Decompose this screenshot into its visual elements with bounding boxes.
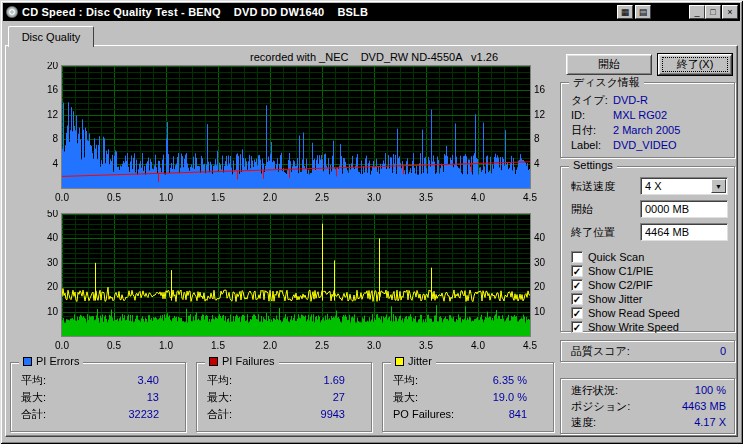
- pi-errors-avg-value: 3.40: [138, 372, 177, 389]
- speed-row: 速度: 4.17 X: [561, 414, 734, 430]
- end-position-input[interactable]: [640, 223, 728, 241]
- position-label: ポジション:: [571, 398, 630, 414]
- transfer-speed-row: 転送速度 4 X ▼: [561, 177, 734, 197]
- start-position-label: 開始: [571, 202, 593, 217]
- pi-errors-title: PI Errors: [36, 355, 79, 367]
- position-value: 4463 MB: [682, 398, 726, 414]
- show-c1-pie-label: Show C1/PIE: [588, 265, 653, 277]
- show-c2-pif-checkbox[interactable]: ✓: [571, 279, 583, 291]
- disc-date-value: 2 March 2005: [613, 123, 680, 138]
- minimize-button[interactable]: _: [689, 5, 705, 19]
- pi-errors-stats: PI Errors 平均:3.40 最大:13 合計:32232: [10, 362, 186, 432]
- show-read-speed-label: Show Read Speed: [588, 307, 680, 319]
- check-icon: ✓: [573, 280, 581, 291]
- progress-label: 進行状況:: [571, 382, 618, 398]
- end-position-label: 終了位置: [571, 225, 615, 240]
- transfer-speed-value: 4 X: [645, 180, 662, 192]
- pi-errors-total-value: 32232: [128, 406, 177, 423]
- quick-scan-checkbox[interactable]: [571, 251, 583, 263]
- disc-id-value: MXL RG02: [613, 108, 667, 123]
- pi-errors-chart: [8, 62, 556, 208]
- po-failures-label: PO Failures:: [393, 406, 454, 423]
- quality-score-value: 0: [720, 341, 726, 361]
- speed-value: 4.17 X: [694, 414, 726, 430]
- check-icon: ✓: [573, 308, 581, 319]
- disc-type-label: タイプ:: [571, 93, 613, 108]
- show-read-speed-checkbox[interactable]: ✓: [571, 307, 583, 319]
- show-write-speed-label: Show Write Speed: [588, 321, 679, 333]
- checkbox-show-read-speed[interactable]: ✓ Show Read Speed: [571, 305, 680, 320]
- disc-id-label: ID:: [571, 108, 613, 123]
- settings-title: Settings: [569, 159, 617, 171]
- end-position-row: 終了位置: [561, 223, 734, 243]
- quality-score-label: 品質スコア:: [571, 341, 630, 361]
- disc-info-group: ディスク情報 タイプ: DVD-R ID: MXL RG02 日付: 2 Mar…: [560, 82, 735, 158]
- check-icon: ✓: [573, 266, 581, 277]
- disc-label-value: DVD_VIDEO: [613, 138, 677, 153]
- start-position-row: 開始: [561, 200, 734, 220]
- app-disc-icon: [6, 6, 18, 18]
- exit-button[interactable]: 終了(X): [658, 54, 732, 75]
- pi-failures-max-value: 27: [333, 389, 363, 406]
- maximize-button[interactable]: □: [705, 5, 721, 19]
- jitter-stats: Jitter 平均:6.35 % 最大:19.0 % PO Failures:8…: [382, 362, 554, 432]
- checkbox-show-jitter[interactable]: ✓ Show Jitter: [571, 291, 642, 306]
- window-tool-list-icon[interactable]: ▤: [635, 5, 651, 19]
- disc-id-row: ID: MXL RG02: [561, 108, 734, 123]
- exit-button-label: 終了(X): [677, 58, 714, 70]
- pi-failures-total-value: 9943: [321, 406, 363, 423]
- settings-group: Settings 転送速度 4 X ▼ 開始 終了位置 Quick Scan ✓…: [560, 166, 735, 332]
- pi-failures-color-chip: [209, 357, 218, 366]
- jitter-color-chip: [395, 357, 404, 366]
- start-position-input[interactable]: [640, 200, 728, 218]
- checkbox-show-write-speed[interactable]: ✓ Show Write Speed: [571, 319, 679, 334]
- pi-failures-total-label: 合計:: [207, 406, 232, 423]
- quality-score-box: 品質スコア: 0: [560, 340, 735, 362]
- jitter-max-value: 19.0 %: [493, 389, 545, 406]
- show-jitter-label: Show Jitter: [588, 293, 642, 305]
- jitter-avg-label: 平均:: [393, 372, 418, 389]
- checkbox-show-c1-pie[interactable]: ✓ Show C1/PIE: [571, 263, 653, 278]
- window-tool-grid-icon[interactable]: ▦: [617, 5, 633, 19]
- check-icon: ✓: [573, 322, 581, 333]
- close-button[interactable]: ×: [722, 5, 738, 19]
- disc-label-row: Label: DVD_VIDEO: [561, 138, 734, 153]
- start-button[interactable]: 開始: [566, 54, 652, 75]
- show-write-speed-checkbox[interactable]: ✓: [571, 321, 583, 333]
- checkbox-show-c2-pif[interactable]: ✓ Show C2/PIF: [571, 277, 653, 292]
- jitter-max-label: 最大:: [393, 389, 418, 406]
- checkbox-quick-scan[interactable]: Quick Scan: [571, 249, 644, 264]
- progress-value: 100 %: [695, 382, 726, 398]
- start-button-label: 開始: [598, 58, 620, 70]
- pi-failures-avg-value: 1.69: [324, 372, 363, 389]
- title-bar[interactable]: CD Speed : Disc Quality Test - BENQ DVD …: [3, 3, 740, 21]
- disc-type-row: タイプ: DVD-R: [561, 93, 734, 108]
- show-c2-pif-label: Show C2/PIF: [588, 279, 653, 291]
- show-c1-pie-checkbox[interactable]: ✓: [571, 265, 583, 277]
- pi-errors-max-value: 13: [147, 389, 177, 406]
- jitter-chart: [8, 210, 556, 356]
- po-failures-value: 841: [509, 406, 545, 423]
- pi-failures-stats: PI Failures 平均:1.69 最大:27 合計:9943: [196, 362, 372, 432]
- disc-info-title: ディスク情報: [569, 75, 644, 90]
- disc-date-label: 日付:: [571, 123, 613, 138]
- jitter-avg-value: 6.35 %: [493, 372, 545, 389]
- speed-label: 速度:: [571, 414, 596, 430]
- cd-speed-window: CD Speed : Disc Quality Test - BENQ DVD …: [0, 0, 743, 444]
- check-icon: ✓: [573, 294, 581, 305]
- pi-failures-avg-label: 平均:: [207, 372, 232, 389]
- jitter-title: Jitter: [408, 355, 432, 367]
- pi-failures-max-label: 最大:: [207, 389, 232, 406]
- show-jitter-checkbox[interactable]: ✓: [571, 293, 583, 305]
- transfer-speed-select[interactable]: 4 X ▼: [640, 177, 728, 195]
- quick-scan-label: Quick Scan: [588, 251, 644, 263]
- pi-errors-avg-label: 平均:: [21, 372, 46, 389]
- tab-disc-quality[interactable]: Disc Quality: [8, 26, 94, 47]
- progress-row: 進行状況: 100 %: [561, 382, 734, 398]
- pi-failures-title: PI Failures: [222, 355, 275, 367]
- window-title: CD Speed : Disc Quality Test - BENQ DVD …: [22, 6, 368, 18]
- pi-errors-max-label: 最大:: [21, 389, 46, 406]
- tab-label: Disc Quality: [22, 31, 81, 43]
- chevron-down-icon[interactable]: ▼: [711, 179, 726, 193]
- position-row: ポジション: 4463 MB: [561, 398, 734, 414]
